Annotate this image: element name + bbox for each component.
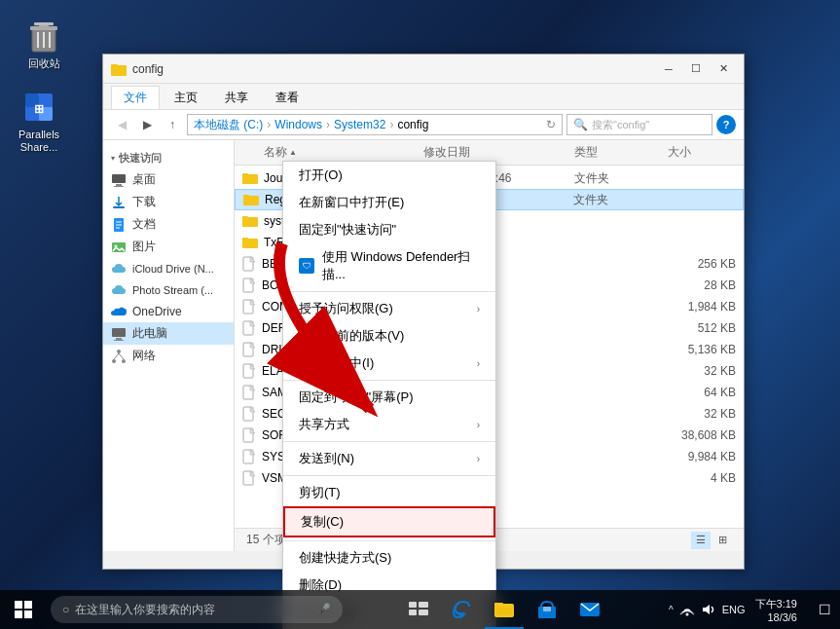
lang-indicator[interactable]: ENG — [722, 604, 746, 615]
sidebar-item-download[interactable]: 下载 — [103, 191, 234, 213]
folder-icon — [242, 171, 258, 185]
col-header-size[interactable]: 大小 — [668, 144, 744, 161]
ctx-item-defender[interactable]: 🛡使用 Windows Defender扫描... — [283, 243, 495, 288]
sidebar-item-docs[interactable]: 文档 — [103, 213, 234, 236]
ctx-item-label: 剪切(T) — [299, 484, 341, 501]
minimize-button[interactable]: ─ — [656, 59, 681, 79]
col-header-name[interactable]: 名称 ▲ — [235, 144, 423, 161]
status-view-buttons: ☰ ⊞ — [691, 532, 732, 549]
svg-rect-15 — [112, 174, 126, 183]
ctx-item-open-new-window[interactable]: 在新窗口中打开(E) — [283, 189, 495, 216]
clock-time: 下午3:19 — [755, 597, 797, 611]
sidebar-item-icloud[interactable]: iCloud Drive (N... — [103, 258, 234, 279]
svg-rect-59 — [496, 608, 512, 615]
search-box[interactable]: 🔍 搜索"config" — [566, 114, 712, 135]
svg-point-30 — [122, 359, 126, 363]
ctx-separator — [283, 475, 495, 476]
sidebar-item-this-pc[interactable]: 此电脑 — [103, 322, 234, 345]
sidebar-item-network[interactable]: 网络 — [103, 345, 234, 367]
desktop-icon-svg — [111, 172, 127, 188]
taskbar-search[interactable]: ○ 在这里输入你要搜索的内容 🎤 — [51, 596, 343, 623]
col-header-date[interactable]: 修改日期 — [423, 144, 574, 161]
sidebar-item-onedrive[interactable]: OneDrive — [103, 301, 234, 322]
col-name-sort: ▲ — [289, 148, 297, 157]
store-icon — [536, 599, 558, 620]
tab-share[interactable]: 共享 — [212, 86, 261, 109]
taskbar-clock[interactable]: 下午3:19 18/3/6 — [751, 597, 801, 623]
tab-view[interactable]: 查看 — [263, 86, 311, 109]
tab-home[interactable]: 主页 — [162, 86, 210, 109]
view-large-icon-btn[interactable]: ⊞ — [712, 532, 732, 549]
store-button[interactable] — [528, 590, 566, 629]
ctx-item-pin-quick-access[interactable]: 固定到"快速访问" — [283, 216, 495, 243]
path-refresh-icon[interactable]: ↻ — [546, 118, 556, 131]
tray-expand-icon[interactable]: ^ — [669, 605, 674, 615]
ctx-separator — [283, 380, 495, 381]
col-header-type[interactable]: 类型 — [574, 144, 669, 161]
help-button[interactable]: ? — [716, 115, 736, 134]
close-button[interactable]: ✕ — [711, 59, 736, 79]
taskbar-mic-icon[interactable]: 🎤 — [316, 603, 331, 616]
ctx-item-label: 还原以前的版本(V) — [299, 327, 404, 345]
ctx-item-share[interactable]: 共享方式› — [283, 411, 495, 438]
ctx-item-pin-start[interactable]: 固定到"开始"屏幕(P) — [283, 384, 495, 411]
ctx-item-include-library[interactable]: 包含到库中(I)› — [283, 350, 495, 377]
sidebar-network-label: 网络 — [132, 348, 156, 364]
svg-rect-27 — [114, 340, 124, 341]
network-icon-svg — [111, 349, 127, 364]
quick-access-label: 快速访问 — [119, 151, 162, 166]
sidebar-quick-access-header[interactable]: ▾ 快速访问 — [103, 148, 234, 168]
volume-tray-icon — [701, 602, 716, 617]
task-view-button[interactable] — [399, 590, 438, 629]
ctx-item-label: 复制(C) — [301, 513, 344, 531]
ribbon: 文件 主页 共享 查看 — [103, 84, 744, 110]
sidebar-item-pics[interactable]: 图片 — [103, 236, 234, 258]
parallels-share-icon[interactable]: ⊞ Parallels Share... — [10, 86, 68, 158]
ctx-item-create-shortcut[interactable]: 创建快捷方式(S) — [283, 544, 495, 572]
address-path[interactable]: 本地磁盘 (C:) › Windows › System32 › config … — [187, 114, 563, 135]
ctx-item-grant-access[interactable]: 授予访问权限(G)› — [283, 295, 495, 322]
quick-access-arrow: ▾ — [111, 154, 115, 163]
file-icon — [242, 470, 256, 486]
ctx-item-open[interactable]: 打开(O) — [283, 162, 495, 189]
file-explorer-button[interactable] — [485, 590, 524, 629]
path-sep-3: › — [389, 118, 393, 131]
maximize-button[interactable]: ☐ — [683, 59, 709, 79]
file-icon — [242, 278, 256, 293]
up-button[interactable]: ↑ — [162, 114, 183, 135]
pics-icon-svg — [111, 240, 127, 255]
ribbon-tabs: 文件 主页 共享 查看 — [103, 84, 744, 109]
ctx-separator — [283, 540, 495, 541]
file-icon — [242, 320, 256, 336]
forward-button[interactable]: ▶ — [136, 114, 158, 135]
download-icon-svg — [111, 195, 127, 210]
svg-rect-58 — [494, 603, 503, 608]
edge-button[interactable] — [442, 590, 481, 629]
back-button[interactable]: ◀ — [111, 114, 132, 135]
taskbar: ○ 在这里输入你要搜索的内容 🎤 — [0, 590, 840, 629]
ctx-item-cut[interactable]: 剪切(T) — [283, 479, 495, 506]
folder-icon — [242, 236, 258, 249]
sidebar-desktop-label: 桌面 — [132, 171, 156, 188]
ctx-item-copy[interactable]: 复制(C) — [283, 506, 495, 537]
docs-icon-svg — [111, 217, 127, 233]
svg-line-32 — [119, 353, 124, 359]
ctx-item-restore[interactable]: 还原以前的版本(V) — [283, 322, 495, 350]
sidebar-onedrive-label: OneDrive — [132, 305, 182, 318]
svg-rect-40 — [242, 238, 248, 240]
sidebar-item-photo-stream[interactable]: Photo Stream (... — [103, 279, 234, 301]
mail-button[interactable] — [570, 590, 609, 629]
title-bar-left: config — [111, 61, 164, 77]
tab-file[interactable]: 文件 — [111, 86, 160, 109]
sidebar-item-desktop[interactable]: 桌面 — [103, 168, 234, 191]
svg-rect-55 — [409, 610, 417, 615]
notification-button[interactable]: ☐ — [809, 590, 840, 629]
sidebar-icloud-label: iCloud Drive (N... — [132, 263, 214, 275]
svg-rect-56 — [419, 610, 428, 615]
onedrive-icon-svg — [111, 304, 127, 319]
view-details-btn[interactable]: ☰ — [691, 532, 711, 549]
ctx-item-send-to[interactable]: 发送到(N)› — [283, 445, 495, 472]
start-button[interactable] — [0, 590, 47, 629]
sidebar-this-pc-label: 此电脑 — [132, 325, 167, 342]
recycle-bin-icon[interactable]: 回收站 — [15, 15, 73, 74]
